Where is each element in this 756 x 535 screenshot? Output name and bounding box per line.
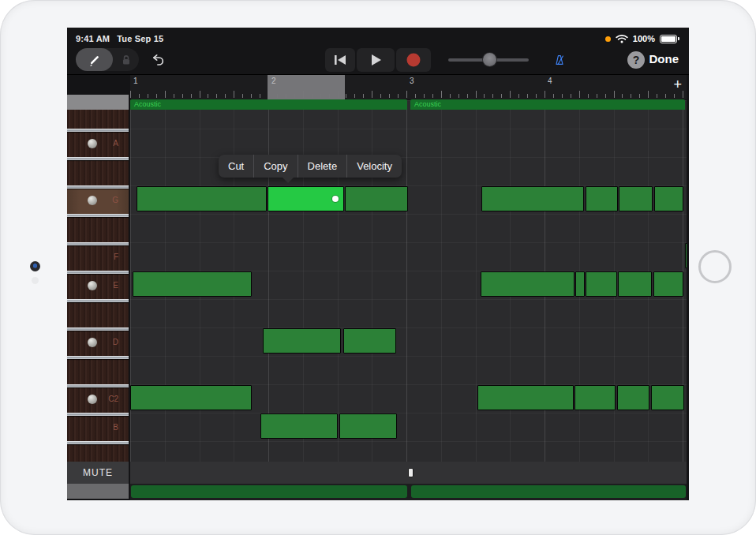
grid-lane-line <box>130 413 687 413</box>
string-label: C2 <box>108 395 118 403</box>
grid-lane-line <box>130 356 687 357</box>
string-row[interactable] <box>67 299 129 327</box>
midi-note[interactable] <box>574 385 616 410</box>
timeline-ruler[interactable]: + 1234 <box>130 75 687 99</box>
sidebar-footer-cell <box>67 484 129 499</box>
string-row-a[interactable]: A <box>67 129 129 157</box>
ruler-plus-button[interactable]: + <box>673 77 682 92</box>
midi-note[interactable] <box>586 271 617 297</box>
metronome-button[interactable] <box>548 49 571 71</box>
fret-marker-dot-icon <box>88 338 97 347</box>
midi-note[interactable] <box>130 385 252 410</box>
midi-note[interactable] <box>651 385 684 410</box>
context-menu-item-delete[interactable]: Delete <box>298 155 347 178</box>
midi-note-selected[interactable] <box>268 186 344 211</box>
ruler-tick <box>346 94 346 98</box>
ruler-tick <box>329 94 330 98</box>
ruler-tick <box>415 94 416 98</box>
scrollbar-handle[interactable] <box>408 468 414 477</box>
midi-note[interactable] <box>617 385 649 410</box>
region-header-1[interactable]: Acoustic <box>130 99 407 110</box>
record-button[interactable] <box>396 48 431 72</box>
note-grid[interactable] <box>130 100 687 462</box>
midi-note[interactable] <box>618 271 652 297</box>
done-button[interactable]: Done <box>649 52 679 65</box>
grid-bar-line <box>406 100 407 462</box>
undo-button[interactable] <box>146 48 170 71</box>
ruler-bar-number: 3 <box>410 77 414 85</box>
ruler-tick <box>458 94 459 98</box>
ruler-tick <box>294 94 295 98</box>
ruler-tick <box>380 94 381 98</box>
string-row[interactable] <box>67 214 129 242</box>
midi-note[interactable] <box>654 186 683 211</box>
midi-note[interactable] <box>343 328 396 354</box>
ruler-tick <box>338 91 339 98</box>
ruler-tick <box>510 91 511 98</box>
fretboard: AGFEDC2B <box>67 110 129 462</box>
string-row-g[interactable]: G <box>67 185 129 214</box>
midi-note[interactable] <box>345 186 408 211</box>
garageband-screen: 9:41 AMTue Sep 15 100% <box>67 28 689 500</box>
midi-note[interactable] <box>619 186 653 211</box>
fret-line <box>67 384 129 387</box>
rewind-button[interactable] <box>325 48 355 72</box>
home-button[interactable] <box>698 250 732 283</box>
midi-note[interactable] <box>653 271 683 297</box>
grid-lane-line <box>130 157 687 158</box>
context-menu-item-velocity[interactable]: Velocity <box>346 155 402 178</box>
ruler-tick <box>354 94 355 98</box>
metronome-icon <box>553 51 566 69</box>
string-label: B <box>113 423 118 432</box>
string-row[interactable] <box>67 441 129 462</box>
pencil-icon <box>87 52 103 68</box>
string-label: F <box>114 253 118 261</box>
midi-note[interactable] <box>481 186 584 211</box>
ipad-device: 9:41 AMTue Sep 15 100% <box>0 0 756 535</box>
ruler-tick <box>277 94 278 98</box>
context-menu-item-copy[interactable]: Copy <box>253 155 297 178</box>
fret-line <box>67 271 129 274</box>
string-row-d[interactable]: D <box>67 327 129 356</box>
midi-note[interactable] <box>137 186 267 211</box>
volume-slider-knob[interactable] <box>483 53 496 66</box>
context-menu-item-cut[interactable]: Cut <box>219 155 253 178</box>
ruler-tick <box>536 94 537 98</box>
ruler-tick <box>182 94 183 98</box>
midi-note[interactable] <box>586 186 618 211</box>
pencil-tool-button[interactable] <box>76 48 113 71</box>
midi-note[interactable] <box>477 385 574 410</box>
string-row-c2[interactable]: C2 <box>67 384 129 413</box>
midi-note[interactable] <box>263 328 341 354</box>
fret-line <box>67 356 129 359</box>
overview-region-strip[interactable] <box>131 485 407 498</box>
string-row-e[interactable]: E <box>67 271 129 299</box>
fret-line <box>67 242 129 245</box>
ruler-tick <box>234 91 234 98</box>
region-header-2[interactable]: Acoustic <box>410 99 685 110</box>
midi-note[interactable] <box>260 413 338 439</box>
fret-marker-dot-icon <box>88 395 97 404</box>
note-resize-handle[interactable] <box>332 196 339 202</box>
ruler-tick <box>579 91 580 98</box>
play-button[interactable] <box>357 48 395 72</box>
help-button[interactable]: ? <box>627 51 645 69</box>
wifi-icon <box>616 34 628 43</box>
midi-note[interactable] <box>133 271 252 297</box>
midi-note[interactable] <box>685 243 687 268</box>
ruler-tick <box>191 94 192 98</box>
string-row[interactable] <box>67 110 129 129</box>
midi-note[interactable] <box>339 413 397 439</box>
overview-region-strip[interactable] <box>411 485 686 498</box>
string-row-b[interactable]: B <box>67 413 129 441</box>
mute-button[interactable]: MUTE <box>67 462 129 484</box>
string-row[interactable] <box>67 356 129 384</box>
lock-tool-button[interactable] <box>113 48 139 71</box>
string-row-f[interactable]: F <box>67 242 129 271</box>
ruler-tick <box>527 94 528 98</box>
midi-note[interactable] <box>481 271 574 297</box>
string-row[interactable] <box>67 157 129 185</box>
battery-icon <box>660 35 677 43</box>
ruler-tick <box>148 94 148 98</box>
midi-note[interactable] <box>575 271 585 297</box>
